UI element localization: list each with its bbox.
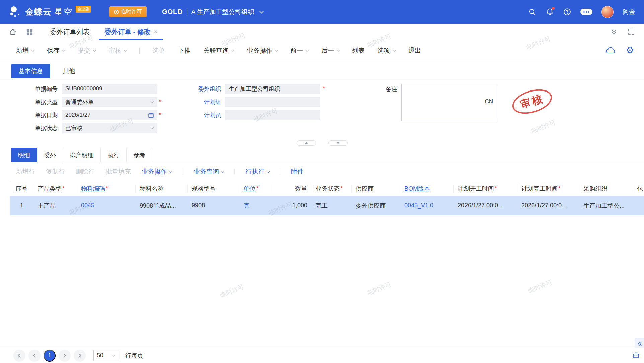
bill-type-select[interactable]: 普通委外单 xyxy=(62,97,157,107)
toolbar-item-1[interactable]: 保存 xyxy=(47,46,65,55)
chevron-down-icon xyxy=(112,353,116,357)
remark-textarea[interactable]: CN xyxy=(401,84,497,121)
apps-button[interactable] xyxy=(26,24,33,40)
toolbar-item-5[interactable]: 下推 xyxy=(178,46,191,55)
tabbar-actions xyxy=(610,24,635,40)
license-badge[interactable]: 临时许可 xyxy=(109,6,147,17)
column-header-9[interactable]: BOM版本 xyxy=(400,185,454,193)
column-header-label: BOM版本 xyxy=(404,185,430,192)
org-switcher[interactable]: A 生产加工型公司组织 xyxy=(191,8,263,16)
form-basic-info: 单据编号 SUB00000009 单据类型 普通委外单 单据日期 2026/1/… xyxy=(0,78,644,139)
bill-status-field: 单据状态 已审核 xyxy=(14,123,161,133)
detail-toolbar-label: 批量填充 xyxy=(105,167,131,176)
detail-tab-1[interactable]: 委外 xyxy=(37,148,63,162)
last-page-icon xyxy=(77,353,82,358)
column-header-label: 包 xyxy=(637,185,643,192)
current-page-button[interactable]: 1 xyxy=(44,350,56,362)
table-row[interactable]: 1主产品00459908半成品...9908克1,000完工委外供应商0045_… xyxy=(10,196,644,215)
detail-toolbar-item-2[interactable]: 删除行 xyxy=(76,167,95,176)
detail-toolbar-item-1[interactable]: 复制行 xyxy=(46,167,65,176)
detail-toolbar-item-5[interactable]: 业务查询 xyxy=(194,167,224,176)
fullscreen-button[interactable] xyxy=(627,28,635,36)
brand: 金蝶云 星空 企业版 xyxy=(9,5,91,19)
detail-tab-2[interactable]: 排产明细 xyxy=(63,148,101,162)
form-tab-1[interactable]: 其他 xyxy=(56,64,82,78)
sub-org-input[interactable]: 生产加工型公司组织 xyxy=(225,84,320,94)
detail-toolbar-item-4[interactable]: 业务操作 xyxy=(142,167,172,176)
gear-icon xyxy=(626,46,634,55)
form-column-middle: 委外组织 生产加工型公司组织 计划组 计划员 xyxy=(188,84,325,123)
form-tab-0[interactable]: 基本信息 xyxy=(11,64,50,78)
bill-date-picker[interactable]: 2026/1/27 xyxy=(62,110,157,120)
toolbar-item-label: 新增 xyxy=(16,46,29,55)
toolbar-item-10[interactable]: 列表 xyxy=(352,46,365,55)
stamp-text: 审核 xyxy=(518,91,546,112)
collapse-up-button[interactable] xyxy=(297,140,316,146)
first-page-button[interactable] xyxy=(13,350,25,362)
toolbar-item-11[interactable]: 选项 xyxy=(377,46,396,55)
detail-tab-3[interactable]: 执行 xyxy=(101,148,127,162)
sub-org-value: 生产加工型公司组织 xyxy=(229,85,280,93)
triangle-up-icon xyxy=(305,142,308,144)
toolbar-item-8[interactable]: 前一 xyxy=(290,46,308,55)
detail-toolbar-item-7[interactable]: 附件 xyxy=(291,167,304,176)
toolbar-item-7[interactable]: 业务操作 xyxy=(247,46,278,55)
notifications-button[interactable] xyxy=(546,8,554,16)
plan-group-label[interactable]: 计划组 xyxy=(188,98,221,106)
chevron-down-icon xyxy=(124,48,127,52)
settings-button[interactable] xyxy=(626,46,634,55)
help-icon xyxy=(563,8,571,16)
detail-toolbar-divider xyxy=(234,169,235,175)
toolbar-item-label: 保存 xyxy=(47,46,60,55)
plan-group-input[interactable] xyxy=(225,97,320,107)
column-header-label: 供应商 xyxy=(356,185,374,192)
document-tab-0[interactable]: 委外订单列表 xyxy=(42,24,97,40)
search-button[interactable] xyxy=(528,8,536,16)
assistant-button[interactable] xyxy=(632,351,640,360)
home-button[interactable] xyxy=(9,24,17,40)
collapse-tabs-button[interactable] xyxy=(610,28,618,36)
chevron-down-icon xyxy=(62,48,66,52)
detail-tab-4[interactable]: 参考 xyxy=(127,148,152,162)
home-icon xyxy=(9,28,17,36)
required-marker: * xyxy=(495,186,497,191)
help-button[interactable] xyxy=(563,8,571,16)
last-page-button[interactable] xyxy=(74,350,86,362)
table-cell[interactable]: 0045_V1.0 xyxy=(400,202,454,209)
toolbar-item-12[interactable]: 退出 xyxy=(408,46,421,55)
toolbar-item-4[interactable]: 选单 xyxy=(152,46,165,55)
toolbar-item-6[interactable]: 关联查询 xyxy=(203,46,234,55)
bill-status-select[interactable]: 已审核 xyxy=(62,123,157,133)
column-header-5[interactable]: 单位* xyxy=(239,185,271,193)
page-size-select[interactable]: 50 xyxy=(93,350,118,361)
detail-toolbar-item-0[interactable]: 新增行 xyxy=(16,167,35,176)
planner-input[interactable] xyxy=(225,110,320,120)
user-menu[interactable] xyxy=(601,6,614,18)
planner-label[interactable]: 计划员 xyxy=(188,111,221,119)
first-page-icon xyxy=(17,353,22,358)
column-header-11: 计划完工时间* xyxy=(517,185,579,193)
document-tab-1[interactable]: 委外订单 - 修改 xyxy=(97,24,165,40)
column-header-label: 序号 xyxy=(16,185,28,192)
more-button[interactable] xyxy=(580,9,592,15)
next-page-button[interactable] xyxy=(59,350,71,362)
toolbar-item-3[interactable]: 审核 xyxy=(109,46,127,55)
chevron-down-icon xyxy=(151,100,154,103)
detail-toolbar-item-3[interactable]: 批量填充 xyxy=(105,167,131,176)
detail-tab-0[interactable]: 明细 xyxy=(11,148,37,162)
table-cell[interactable]: 0045 xyxy=(77,202,136,209)
table-cell[interactable]: 克 xyxy=(239,202,271,210)
toolbar-item-0[interactable]: 新增 xyxy=(16,46,34,55)
toolbar-item-label: 列表 xyxy=(352,46,365,55)
column-header-2[interactable]: 物料编码* xyxy=(77,185,136,193)
cloud-button[interactable] xyxy=(606,47,616,55)
bill-no-input[interactable]: SUB00000009 xyxy=(62,84,157,94)
prev-page-button[interactable] xyxy=(28,350,41,362)
close-icon[interactable] xyxy=(154,28,157,35)
toolbar-item-9[interactable]: 后一 xyxy=(321,46,339,55)
detail-toolbar-item-6[interactable]: 行执行 xyxy=(245,167,269,176)
toolbar-item-2[interactable]: 提交 xyxy=(78,46,96,55)
chevron-down-icon xyxy=(275,48,278,52)
collapse-down-button[interactable] xyxy=(328,140,348,146)
sub-org-label[interactable]: 委外组织 xyxy=(188,85,221,93)
